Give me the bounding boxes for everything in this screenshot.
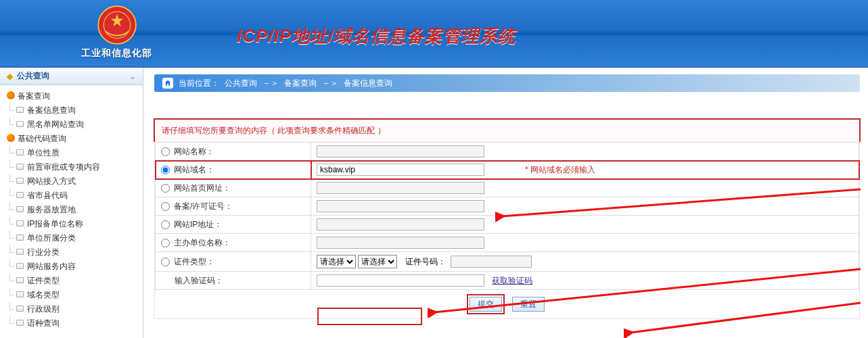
bc-here: 当前位置：	[179, 78, 219, 89]
app-header: 工业和信息化部 ICP/IP地址/域名信息备案管理系统	[0, 0, 868, 68]
label-site-name: 网站名称：	[174, 147, 214, 156]
label-captcha: 输入验证码：	[175, 276, 223, 285]
input-license[interactable]	[317, 200, 484, 212]
nav-tree: 备案查询 备案信息查询 黑名单网站查询 基础代码查询 单位性质 前置审批或专项内…	[0, 85, 143, 331]
label-sponsor: 主办单位名称：	[174, 238, 231, 247]
bc-l2[interactable]: 备案查询	[284, 78, 317, 89]
radio-homepage[interactable]	[161, 184, 170, 193]
input-sponsor[interactable]	[317, 237, 484, 249]
tree-item[interactable]: 黑名单网站查询	[7, 118, 143, 132]
input-captcha[interactable]	[317, 274, 484, 287]
get-captcha-link[interactable]: 获取验证码	[492, 276, 532, 285]
tree-item[interactable]: 语种查询	[7, 316, 143, 331]
ministry-name: 工业和信息化部	[81, 47, 152, 59]
sidebar-header[interactable]: ◆ 公共查询 ⌄	[0, 68, 143, 85]
form-actions: 提交 重置	[155, 290, 859, 318]
radio-sponsor[interactable]	[161, 239, 170, 247]
radio-license[interactable]	[161, 202, 170, 211]
reset-button[interactable]: 重置	[512, 297, 545, 312]
select-cert-type-1[interactable]: 请选择	[317, 255, 356, 268]
radio-site-name[interactable]	[161, 147, 170, 156]
tree-item[interactable]: 网站接入方式	[7, 174, 143, 189]
label-cert: 证件类型：	[174, 257, 214, 266]
tree-item[interactable]: 单位性质	[7, 146, 143, 160]
input-site-name[interactable]	[317, 145, 484, 158]
tree-item[interactable]: 备案信息查询	[7, 103, 143, 118]
label-ip: 网站IP地址：	[174, 220, 222, 229]
tree-item[interactable]: IP报备单位名称	[7, 217, 143, 231]
tree-item[interactable]: 单位所属分类	[7, 231, 143, 245]
radio-ip[interactable]	[161, 220, 170, 229]
home-icon[interactable]	[162, 78, 173, 89]
sidebar: ◆ 公共查询 ⌄ 备案查询 备案信息查询 黑名单网站查询 基础代码查询 单位性质…	[0, 68, 143, 338]
logo-block: 工业和信息化部	[81, 5, 152, 59]
label-cert-no: 证件号码：	[405, 257, 446, 266]
submit-button[interactable]: 提交	[470, 297, 502, 312]
select-cert-type-2[interactable]: 请选择	[358, 255, 397, 268]
breadcrumb: 当前位置： 公共查询 －＞ 备案查询 －＞ 备案信息查询	[154, 74, 860, 92]
tree-group-beian[interactable]: 备案查询	[7, 89, 143, 103]
input-domain[interactable]	[317, 164, 484, 176]
radio-cert[interactable]	[161, 258, 170, 266]
bc-l3: 备案信息查询	[344, 78, 392, 89]
label-domain: 网站域名：	[174, 165, 214, 174]
system-title: ICP/IP地址/域名信息备案管理系统	[237, 24, 516, 48]
sidebar-title: 公共查询	[17, 70, 49, 82]
domain-required-note: * 网站域名必须输入	[525, 165, 595, 174]
national-emblem-icon	[97, 5, 137, 45]
tree-item[interactable]: 证件类型	[7, 274, 143, 288]
tree-group-code[interactable]: 基础代码查询	[7, 132, 143, 146]
content-area: 当前位置： 公共查询 －＞ 备案查询 －＞ 备案信息查询 请仔细填写您所要查询的…	[143, 68, 868, 338]
label-homepage: 网站首页网址：	[174, 183, 231, 193]
tree-item[interactable]: 省市县代码	[7, 189, 143, 203]
input-homepage[interactable]	[317, 182, 484, 194]
chevron-down-icon: ⌄	[129, 72, 136, 81]
label-license: 备案/许可证号：	[174, 201, 233, 211]
tree-item[interactable]: 域名类型	[7, 288, 143, 302]
tree-item[interactable]: 行业分类	[7, 245, 143, 260]
form-hint: 请仔细填写您所要查询的内容（ 此项查询要求条件精确匹配 ）	[154, 118, 861, 142]
query-form: 请仔细填写您所要查询的内容（ 此项查询要求条件精确匹配 ） 网站名称： 网站域名…	[154, 119, 860, 319]
tree-item[interactable]: 前置审批或专项内容	[7, 160, 143, 174]
tree-item[interactable]: 服务器放置地	[7, 203, 143, 217]
diamond-icon: ◆	[7, 72, 13, 81]
input-ip[interactable]	[317, 218, 484, 231]
bc-l1[interactable]: 公共查询	[225, 78, 257, 89]
bc-sep: －＞	[262, 78, 279, 89]
tree-item[interactable]: 行政级别	[7, 302, 143, 316]
input-cert-no[interactable]	[451, 256, 532, 268]
bc-sep: －＞	[322, 78, 338, 89]
tree-item[interactable]: 网站服务内容	[7, 260, 143, 274]
radio-domain[interactable]	[161, 166, 170, 174]
